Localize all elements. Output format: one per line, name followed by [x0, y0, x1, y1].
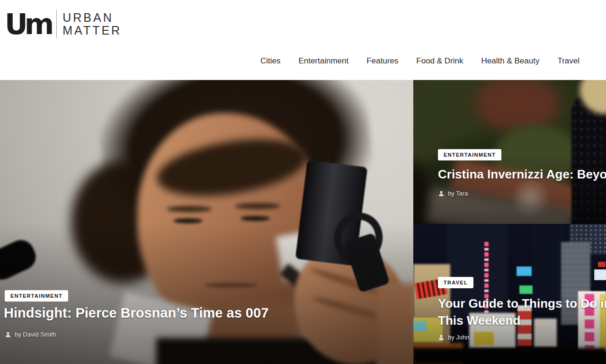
logo-wordmark-line1: URBAN	[62, 11, 122, 24]
photo-small-red-sign-shape	[598, 262, 606, 267]
nav-item-entertainment[interactable]: Entertainment	[298, 56, 348, 66]
side-article-1-byline: by Tara	[438, 190, 468, 197]
logo-wordmark-line2: MATTER	[62, 24, 122, 37]
photo-silencer-shape	[0, 236, 40, 284]
side-article-1-title[interactable]: Cristina Invernizzi Age: Beyond the	[438, 166, 606, 183]
photo-yellow-ad-shape	[474, 332, 494, 345]
author-icon	[5, 331, 11, 338]
side-article-2-byline: by John	[438, 334, 470, 341]
photo-light-glow-shape	[508, 180, 553, 216]
site-header: Um URBAN MATTER Cities Entertainment Fea…	[0, 0, 606, 80]
photo-eye-left-shape	[173, 218, 203, 223]
category-badge-travel[interactable]: TRAVEL	[438, 277, 473, 288]
logo-monogram-icon: Um	[5, 9, 56, 39]
side-article-2: TRAVEL Your Guide to Things to Do in NYC…	[413, 224, 606, 364]
category-badge-entertainment[interactable]: ENTERTAINMENT	[5, 290, 68, 302]
photo-green-screen-shape	[519, 285, 533, 294]
hero-article: ENTERTAINMENT Hindsight: Pierce Brosnan’…	[0, 80, 413, 364]
photo-brow-right-shape	[235, 203, 280, 209]
hero-article-image[interactable]	[0, 80, 413, 364]
photo-cyan-screen-shape	[517, 266, 532, 276]
hero-article-byline: by David Smith	[5, 331, 56, 338]
photo-forearm-shape	[376, 284, 413, 364]
side-article-1: ENTERTAINMENT Cristina Invernizzi Age: B…	[413, 80, 606, 224]
nav-item-health-beauty[interactable]: Health & Beauty	[481, 56, 540, 66]
category-badge-entertainment[interactable]: ENTERTAINMENT	[438, 149, 501, 160]
side-article-1-author: by Tara	[448, 190, 468, 197]
featured-grid: ENTERTAINMENT Hindsight: Pierce Brosnan’…	[0, 80, 606, 364]
photo-brow-left-shape	[167, 206, 212, 212]
photo-mouth-shape	[205, 283, 258, 288]
logo-wordmark: URBAN MATTER	[62, 11, 122, 37]
hero-article-title[interactable]: Hindsight: Pierce Brosnan’s Time as 007	[4, 304, 268, 321]
site-logo[interactable]: Um URBAN MATTER	[5, 9, 122, 39]
author-icon	[438, 334, 445, 341]
photo-small-sign-shape	[594, 269, 606, 280]
side-article-2-title[interactable]: Your Guide to Things to Do in NYC This W…	[438, 295, 606, 329]
main-nav: Cities Entertainment Features Food & Dri…	[260, 56, 579, 66]
nav-item-food-drink[interactable]: Food & Drink	[416, 56, 463, 66]
side-article-2-image[interactable]	[413, 224, 606, 364]
photo-cyan-billboard-shape	[413, 321, 427, 331]
author-icon	[438, 190, 445, 197]
photo-eye-right-shape	[241, 216, 270, 221]
side-article-2-author: by John	[448, 334, 470, 341]
logo-divider	[56, 10, 57, 38]
nav-item-features[interactable]: Features	[366, 56, 398, 66]
hero-article-author: by David Smith	[15, 331, 56, 338]
photo-crowd-shape	[413, 348, 606, 364]
nav-item-travel[interactable]: Travel	[557, 56, 579, 66]
nav-item-cities[interactable]: Cities	[260, 56, 281, 66]
